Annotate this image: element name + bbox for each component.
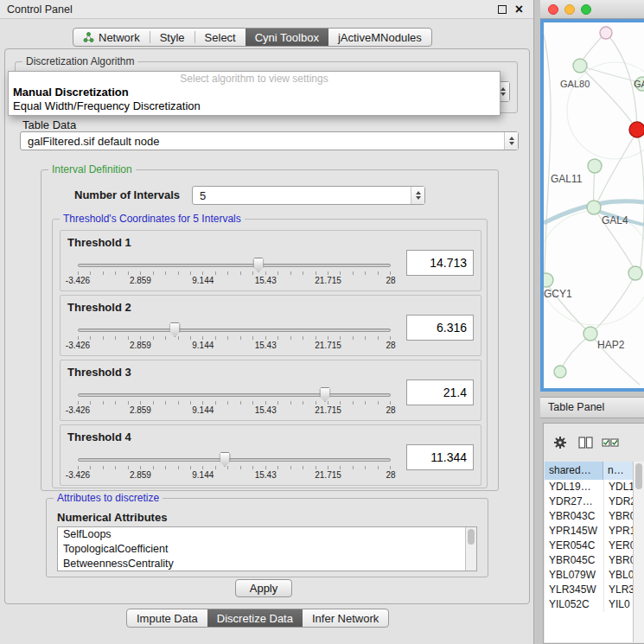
table-data-label: Table Data bbox=[22, 118, 76, 131]
network-node-label: HAP2 bbox=[597, 339, 625, 351]
settings-gear-icon[interactable] bbox=[552, 434, 569, 451]
apply-button[interactable]: Apply bbox=[235, 579, 292, 597]
option-equal-width-frequency[interactable]: Equal Width/Frequency Discretization bbox=[9, 99, 500, 113]
table-row[interactable]: YLR345WYLR3 bbox=[545, 583, 633, 597]
cell: YER0 bbox=[603, 539, 633, 553]
control-panel-titlebar: Control Panel × bbox=[0, 0, 533, 19]
slider-track[interactable] bbox=[78, 458, 391, 462]
network-node[interactable] bbox=[600, 27, 612, 39]
threshold-1-value-field[interactable]: 14.713 bbox=[406, 250, 474, 276]
table-row[interactable]: YDL19…YDL1 bbox=[545, 480, 633, 494]
threshold-label: Threshold 1 bbox=[67, 236, 131, 249]
network-node-selected[interactable] bbox=[629, 122, 644, 137]
slider-scale: -3.426 2.859 9.144 15.43 21.715 28 bbox=[78, 470, 391, 481]
slider-track[interactable] bbox=[78, 393, 391, 397]
option-manual-discretization[interactable]: Manual Discretization bbox=[9, 86, 500, 99]
slider-track[interactable] bbox=[78, 264, 391, 267]
tab-jactivemnodules[interactable]: jActiveMNodules bbox=[328, 29, 431, 46]
scale-label: -3.426 bbox=[66, 470, 90, 480]
network-node[interactable] bbox=[554, 366, 566, 378]
select-columns-icon[interactable] bbox=[602, 434, 619, 451]
list-item[interactable]: SelfLoops bbox=[58, 527, 476, 542]
slider-ticks bbox=[78, 401, 391, 405]
threshold-label: Threshold 3 bbox=[67, 366, 131, 379]
threshold-label: Threshold 2 bbox=[67, 301, 131, 314]
network-tab-icon bbox=[83, 32, 94, 42]
slider-thumb[interactable] bbox=[319, 387, 330, 402]
scale-label: 2.859 bbox=[130, 341, 151, 350]
cell: YPR145W bbox=[545, 524, 603, 539]
network-node[interactable] bbox=[583, 327, 597, 341]
column-header-name[interactable]: n… bbox=[603, 462, 633, 480]
tab-infer-network[interactable]: Infer Network bbox=[303, 609, 388, 627]
threshold-3-value-field[interactable]: 21.4 bbox=[406, 379, 474, 405]
threshold-4-slider[interactable]: -3.426 2.859 9.144 15.43 21.715 28 bbox=[78, 451, 391, 482]
tab-discretize-data[interactable]: Discretize Data bbox=[207, 609, 303, 627]
cyni-toolbox-panel: Discretization Algorithm Select algorith… bbox=[4, 48, 530, 604]
scrollbar-thumb[interactable] bbox=[468, 529, 475, 545]
tab-network[interactable]: Network bbox=[73, 29, 150, 46]
numerical-attributes-list[interactable]: SelfLoops TopologicalCoefficient Between… bbox=[57, 526, 477, 571]
cell: YIL0 bbox=[603, 597, 633, 612]
scrollbar-thumb[interactable] bbox=[635, 463, 642, 489]
combo-value: 5 bbox=[193, 189, 411, 202]
float-window-icon[interactable] bbox=[498, 5, 507, 14]
network-node[interactable] bbox=[544, 273, 553, 287]
scale-label: -3.426 bbox=[66, 405, 90, 415]
attributes-group: Attributes to discretize Numerical Attri… bbox=[46, 498, 488, 577]
list-item[interactable]: BetweennessCentrality bbox=[58, 557, 476, 571]
close-traffic-light[interactable] bbox=[548, 4, 558, 15]
minimize-traffic-light[interactable] bbox=[564, 4, 575, 15]
table-panel-toolbar bbox=[545, 424, 644, 461]
network-node[interactable] bbox=[588, 159, 602, 173]
group-title: Threshold's Coordinates for 5 Intervals bbox=[60, 213, 245, 226]
tab-select[interactable]: Select bbox=[195, 29, 245, 46]
network-node[interactable] bbox=[573, 59, 587, 73]
table-panel-titlebar: Table Panel bbox=[540, 397, 644, 418]
network-node-label: GA bbox=[634, 79, 644, 89]
table-scrollbar[interactable] bbox=[633, 462, 644, 642]
close-icon[interactable]: × bbox=[515, 5, 523, 14]
tab-cyni-toolbox[interactable]: Cyni Toolbox bbox=[245, 29, 328, 46]
scale-label: 15.43 bbox=[255, 276, 277, 285]
slider-thumb[interactable] bbox=[252, 258, 264, 272]
list-item[interactable]: TopologicalCoefficient bbox=[58, 542, 476, 557]
number-of-intervals-combo[interactable]: 5 bbox=[192, 186, 425, 205]
threshold-3-slider[interactable]: -3.426 2.859 9.144 15.43 21.715 28 bbox=[78, 386, 391, 418]
slider-track[interactable] bbox=[78, 328, 391, 332]
table-row[interactable]: YBL079WYBL0 bbox=[545, 568, 633, 583]
threshold-2-slider[interactable]: -3.426 2.859 9.144 15.43 21.715 28 bbox=[78, 322, 391, 353]
threshold-2-value-field[interactable]: 6.316 bbox=[406, 315, 474, 341]
slider-thumb[interactable] bbox=[220, 452, 231, 467]
tab-label: Style bbox=[160, 31, 185, 44]
interval-definition-group: Interval Definition Number of Intervals … bbox=[41, 169, 499, 491]
table-row[interactable]: YBR043CYBR0 bbox=[545, 509, 633, 524]
table-row[interactable]: YER054CYER0 bbox=[545, 539, 633, 553]
slider-thumb[interactable] bbox=[169, 322, 181, 337]
cell: YPR1 bbox=[603, 524, 633, 539]
table-row[interactable]: YPR145WYPR1 bbox=[545, 524, 633, 539]
list-scrollbar[interactable] bbox=[465, 527, 476, 571]
algorithm-hint-option[interactable]: Select algorithm to view settings bbox=[9, 72, 500, 86]
table-data-combo[interactable]: galFiltered.sif default node bbox=[20, 131, 519, 150]
network-canvas[interactable]: GAL80 GA GAL11 GAL4 GCY1 HAP2 bbox=[540, 19, 644, 392]
tab-style[interactable]: Style bbox=[150, 29, 194, 46]
zoom-traffic-light[interactable] bbox=[581, 4, 591, 15]
threshold-label: Threshold 4 bbox=[67, 430, 131, 443]
table-row[interactable]: YBR045CYBR0 bbox=[545, 553, 633, 568]
threshold-panel-4: Threshold 4 -3.426 2.859 9.144 15.43 21.… bbox=[60, 424, 481, 486]
column-header-shared-name[interactable]: shared… bbox=[545, 462, 603, 480]
scale-label: 28 bbox=[386, 276, 395, 285]
network-edge bbox=[567, 62, 644, 159]
scale-label: 9.144 bbox=[192, 341, 214, 350]
tab-impute-data[interactable]: Impute Data bbox=[127, 609, 207, 627]
thresholds-group: Threshold's Coordinates for 5 Intervals … bbox=[52, 219, 488, 488]
cell: YLR3 bbox=[603, 583, 633, 597]
threshold-1-slider[interactable]: -3.426 2.859 9.144 15.43 21.715 28 bbox=[78, 257, 391, 288]
columns-icon[interactable] bbox=[577, 434, 594, 451]
threshold-4-value-field[interactable]: 11.344 bbox=[406, 444, 474, 470]
table-row[interactable]: YIL052CYIL0 bbox=[545, 597, 633, 612]
network-node[interactable] bbox=[587, 201, 601, 214]
table-row[interactable]: YDR27…YDR2 bbox=[545, 494, 633, 509]
network-node[interactable] bbox=[628, 266, 642, 280]
